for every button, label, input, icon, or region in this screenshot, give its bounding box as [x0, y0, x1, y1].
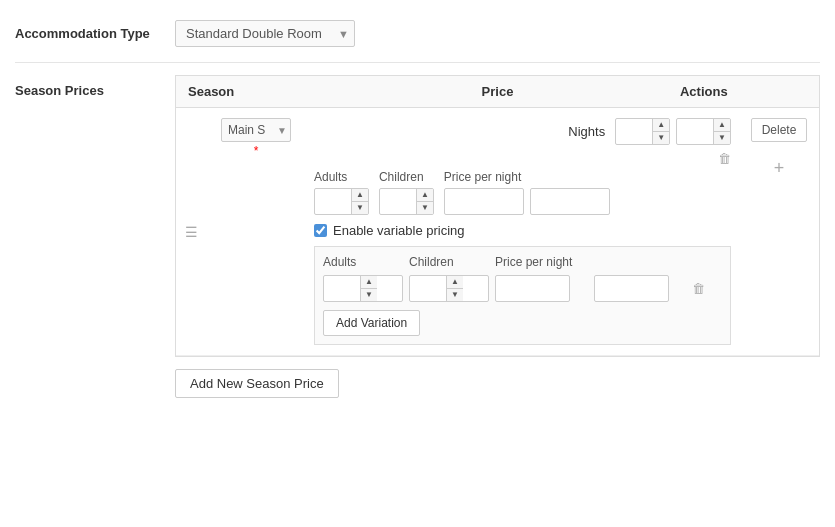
- table-row: ☰ Main S ▼ * Nights: [176, 108, 819, 356]
- children-input[interactable]: 0: [380, 190, 416, 213]
- accommodation-type-select[interactable]: Standard Double Room: [175, 20, 355, 47]
- season-prices-label: Season Prices: [15, 75, 175, 98]
- accommodation-type-select-wrapper: Standard Double Room ▼: [175, 20, 355, 47]
- price-column: Nights 1 ▲ ▼ 4 ▲ ▼: [306, 108, 739, 355]
- nights-min-down-btn[interactable]: ▼: [653, 132, 669, 144]
- price-input-1[interactable]: 220: [444, 188, 524, 215]
- adults-label: Adults: [314, 170, 347, 184]
- var-price-input-1[interactable]: 200: [495, 275, 570, 302]
- add-col-button[interactable]: +: [774, 158, 785, 179]
- price-inputs-wrapper: 220 210: [444, 188, 610, 215]
- var-adults-down-btn[interactable]: ▼: [361, 289, 377, 301]
- var-adults-header: Adults: [323, 255, 403, 269]
- adults-input[interactable]: 2: [315, 190, 351, 213]
- season-select[interactable]: Main S: [221, 118, 291, 142]
- season-prices-table: Season Price Actions ☰ Main S ▼ *: [175, 75, 820, 357]
- nights-max-down-btn[interactable]: ▼: [714, 132, 730, 144]
- children-up-btn[interactable]: ▲: [417, 189, 433, 202]
- var-children-down-btn[interactable]: ▼: [447, 289, 463, 301]
- price-per-night-group: Price per night 220 210: [444, 170, 731, 215]
- price-input-2[interactable]: 210: [530, 188, 610, 215]
- children-down-btn[interactable]: ▼: [417, 202, 433, 214]
- var-children-header: Children: [409, 255, 489, 269]
- variation-header: Adults Children Price per night: [323, 255, 722, 269]
- price-per-night-label: Price per night: [444, 170, 521, 184]
- nights-delete-row: 🗑: [314, 151, 731, 166]
- nights-row: Nights 1 ▲ ▼ 4 ▲ ▼: [314, 118, 731, 145]
- nights-min-spinner-btns: ▲ ▼: [652, 119, 669, 144]
- children-group: Children 0 ▲ ▼: [379, 170, 434, 215]
- nights-label: Nights: [568, 124, 605, 139]
- add-variation-button[interactable]: Add Variation: [323, 310, 420, 336]
- children-spinner-btns: ▲ ▼: [416, 189, 433, 214]
- var-adults-input[interactable]: 1: [324, 277, 360, 300]
- var-adults-spinner: 1 ▲ ▼: [323, 275, 403, 302]
- season-col-header: Season: [188, 84, 394, 99]
- price-col-header: Price: [394, 84, 600, 99]
- nights-max-input[interactable]: 4: [677, 120, 713, 143]
- variable-pricing-label: Enable variable pricing: [333, 223, 465, 238]
- var-delete-icon[interactable]: 🗑: [692, 281, 722, 296]
- variation-row: 1 ▲ ▼ 0 ▲ ▼: [323, 275, 722, 302]
- season-prices-content: Season Price Actions ☰ Main S ▼ *: [175, 75, 820, 398]
- nights-min-spinner: 1 ▲ ▼: [615, 118, 670, 145]
- variation-section: Adults Children Price per night 1 ▲: [314, 246, 731, 345]
- nights-delete-icon[interactable]: 🗑: [718, 151, 731, 166]
- var-price-input-2[interactable]: 200: [594, 275, 669, 302]
- actions-column: Delete +: [739, 108, 819, 355]
- accommodation-type-row: Accommodation Type Standard Double Room …: [15, 10, 820, 63]
- var-children-up-btn[interactable]: ▲: [447, 276, 463, 289]
- season-column: Main S ▼ *: [206, 108, 306, 355]
- var-adults-up-btn[interactable]: ▲: [361, 276, 377, 289]
- table-header: Season Price Actions: [176, 76, 819, 108]
- variable-pricing-checkbox[interactable]: [314, 224, 327, 237]
- var-children-input[interactable]: 0: [410, 277, 446, 300]
- actions-col-header: Actions: [601, 84, 807, 99]
- var-children-spinner: 0 ▲ ▼: [409, 275, 489, 302]
- main-price-block: Adults 2 ▲ ▼ Children: [314, 170, 731, 215]
- nights-max-spinner-btns: ▲ ▼: [713, 119, 730, 144]
- nights-max-up-btn[interactable]: ▲: [714, 119, 730, 132]
- children-label: Children: [379, 170, 424, 184]
- season-select-wrapper: Main S ▼: [221, 118, 291, 142]
- nights-max-spinner: 4 ▲ ▼: [676, 118, 731, 145]
- season-prices-row: Season Prices Season Price Actions ☰ Mai…: [15, 63, 820, 410]
- adults-spinner: 2 ▲ ▼: [314, 188, 369, 215]
- add-new-season-button[interactable]: Add New Season Price: [175, 369, 339, 398]
- var-adults-spinner-btns: ▲ ▼: [360, 276, 377, 301]
- var-action-header: [692, 255, 722, 269]
- nights-min-up-btn[interactable]: ▲: [653, 119, 669, 132]
- delete-season-button[interactable]: Delete: [751, 118, 808, 142]
- adults-group: Adults 2 ▲ ▼: [314, 170, 369, 215]
- drag-handle[interactable]: ☰: [176, 108, 206, 355]
- adults-spinner-btns: ▲ ▼: [351, 189, 368, 214]
- var-price-header-2: [594, 255, 687, 269]
- accommodation-type-label: Accommodation Type: [15, 26, 175, 41]
- children-spinner: 0 ▲ ▼: [379, 188, 434, 215]
- var-children-spinner-btns: ▲ ▼: [446, 276, 463, 301]
- adults-up-btn[interactable]: ▲: [352, 189, 368, 202]
- season-required-star: *: [254, 144, 259, 158]
- adults-down-btn[interactable]: ▼: [352, 202, 368, 214]
- nights-min-input[interactable]: 1: [616, 120, 652, 143]
- variable-pricing-row: Enable variable pricing: [314, 223, 731, 238]
- var-price-header: Price per night: [495, 255, 588, 269]
